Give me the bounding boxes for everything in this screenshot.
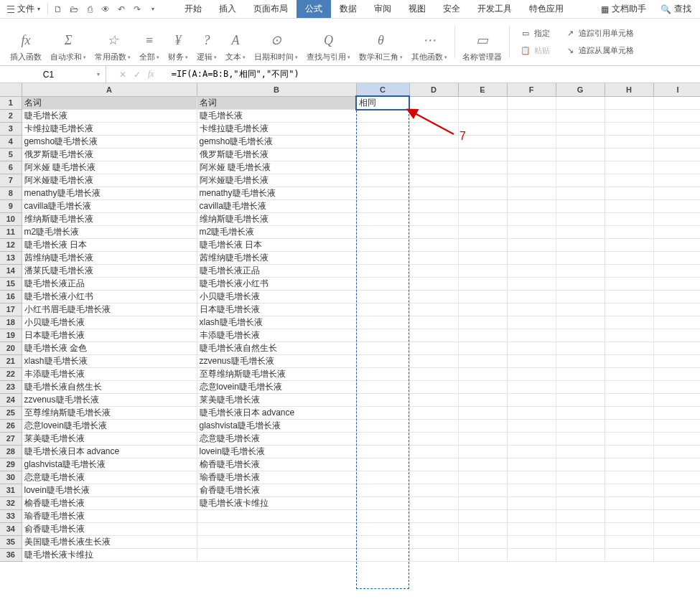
cell-G3[interactable] [556, 122, 605, 135]
cell-H14[interactable] [605, 264, 653, 277]
cell-F5[interactable] [507, 148, 556, 161]
cell-A25[interactable]: 至尊维纳斯睫毛增长液 [22, 406, 197, 419]
row-header-14[interactable]: 14 [0, 264, 22, 277]
cell-B24[interactable]: 莱美睫毛增长液 [197, 393, 356, 406]
ribbon-group-6[interactable]: A文本▾ [221, 22, 250, 62]
cell-A13[interactable]: 茜维纳睫毛增长液 [22, 251, 197, 264]
cell-D15[interactable] [409, 277, 458, 290]
cell-D36[interactable] [409, 548, 458, 561]
cell-H11[interactable] [605, 225, 653, 238]
tab-9[interactable]: 特色应用 [521, 0, 572, 18]
cell-C24[interactable] [356, 393, 409, 406]
cell-I9[interactable] [653, 199, 700, 212]
cell-H25[interactable] [605, 406, 653, 419]
cell-B27[interactable]: 恋意睫毛增长液 [197, 432, 356, 445]
cell-H5[interactable] [605, 148, 653, 161]
cell-H31[interactable] [605, 484, 653, 496]
cell-F29[interactable] [507, 458, 556, 471]
row-header-16[interactable]: 16 [0, 290, 22, 303]
cell-A5[interactable]: 俄罗斯睫毛增长液 [22, 148, 197, 161]
trace-precedents-button[interactable]: ↗追踪引用单元格 [561, 27, 637, 41]
ribbon-group-0[interactable]: fx插入函数 [6, 22, 46, 62]
cell-B2[interactable]: 睫毛增长液 [197, 109, 356, 122]
cell-B18[interactable]: xlash睫毛增长液 [197, 316, 356, 329]
cell-D13[interactable] [409, 251, 458, 264]
cell-H28[interactable] [605, 445, 653, 458]
cell-G15[interactable] [556, 277, 605, 290]
col-header-D[interactable]: D [409, 83, 458, 96]
cell-I31[interactable] [653, 484, 700, 496]
cell-F26[interactable] [507, 419, 556, 432]
cell-G8[interactable] [556, 187, 605, 199]
cell-D31[interactable] [409, 484, 458, 496]
cell-B7[interactable]: 阿米娅睫毛增长液 [197, 174, 356, 187]
qat-undo-icon[interactable]: ↶ [114, 2, 129, 17]
ribbon-group-11[interactable]: ▭名称管理器 [458, 22, 506, 62]
cell-E18[interactable] [458, 316, 507, 329]
cell-C7[interactable] [356, 174, 409, 187]
cell-A15[interactable]: 睫毛增长液正品 [22, 277, 197, 290]
cell-E7[interactable] [458, 174, 507, 187]
cell-D9[interactable] [409, 199, 458, 212]
ribbon-group-10[interactable]: ⋯其他函数▾ [407, 22, 452, 62]
cell-A2[interactable]: 睫毛增长液 [22, 109, 197, 122]
cell-D5[interactable] [409, 148, 458, 161]
assign-button[interactable]: ▭指定 [517, 27, 553, 41]
cell-I10[interactable] [653, 212, 700, 225]
cell-C4[interactable] [356, 135, 409, 148]
cell-B30[interactable]: 瑜香睫毛增长液 [197, 471, 356, 484]
cell-H1[interactable] [605, 96, 653, 109]
cell-A36[interactable]: 睫毛增长液卡维拉 [22, 548, 197, 561]
cell-B35[interactable] [197, 535, 356, 548]
cell-H18[interactable] [605, 316, 653, 329]
cell-E30[interactable] [458, 471, 507, 484]
tab-6[interactable]: 视图 [400, 0, 434, 18]
cell-C9[interactable] [356, 199, 409, 212]
cell-H4[interactable] [605, 135, 653, 148]
tab-8[interactable]: 开发工具 [469, 0, 521, 18]
row-header-13[interactable]: 13 [0, 251, 22, 264]
cell-G6[interactable] [556, 161, 605, 174]
row-header-2[interactable]: 2 [0, 109, 22, 122]
cell-B23[interactable]: 恋意lovein睫毛增长液 [197, 380, 356, 393]
cell-B10[interactable]: 维纳斯睫毛增长液 [197, 212, 356, 225]
row-header-12[interactable]: 12 [0, 238, 22, 251]
cell-E9[interactable] [458, 199, 507, 212]
cell-E5[interactable] [458, 148, 507, 161]
row-header-33[interactable]: 33 [0, 509, 22, 522]
cell-E24[interactable] [458, 393, 507, 406]
cell-I25[interactable] [653, 406, 700, 419]
cell-F22[interactable] [507, 367, 556, 380]
cell-H16[interactable] [605, 290, 653, 303]
cell-F36[interactable] [507, 548, 556, 561]
cell-C2[interactable] [356, 109, 409, 122]
cell-E34[interactable] [458, 522, 507, 535]
cell-H24[interactable] [605, 393, 653, 406]
cell-I24[interactable] [653, 393, 700, 406]
cell-E6[interactable] [458, 161, 507, 174]
tab-2[interactable]: 页面布局 [245, 0, 297, 18]
cell-F24[interactable] [507, 393, 556, 406]
tab-1[interactable]: 插入 [210, 0, 245, 18]
cell-A1[interactable]: 名词 [22, 96, 197, 109]
cell-E27[interactable] [458, 432, 507, 445]
cell-D14[interactable] [409, 264, 458, 277]
cell-A28[interactable]: 睫毛增长液日本 advance [22, 445, 197, 458]
cell-I11[interactable] [653, 225, 700, 238]
cell-E33[interactable] [458, 509, 507, 522]
cell-H34[interactable] [605, 522, 653, 535]
cell-E1[interactable] [458, 96, 507, 109]
cell-I23[interactable] [653, 380, 700, 393]
cell-A10[interactable]: 维纳斯睫毛增长液 [22, 212, 197, 225]
row-header-32[interactable]: 32 [0, 496, 22, 509]
cell-B26[interactable]: glashvista睫毛增长液 [197, 419, 356, 432]
cell-F17[interactable] [507, 303, 556, 316]
cell-D29[interactable] [409, 458, 458, 471]
cell-C19[interactable] [356, 329, 409, 342]
row-header-20[interactable]: 20 [0, 342, 22, 354]
cell-G11[interactable] [556, 225, 605, 238]
cell-C26[interactable] [356, 419, 409, 432]
cell-B4[interactable]: gemsho睫毛增长液 [197, 135, 356, 148]
cell-B14[interactable]: 睫毛增长液正品 [197, 264, 356, 277]
cell-C15[interactable] [356, 277, 409, 290]
